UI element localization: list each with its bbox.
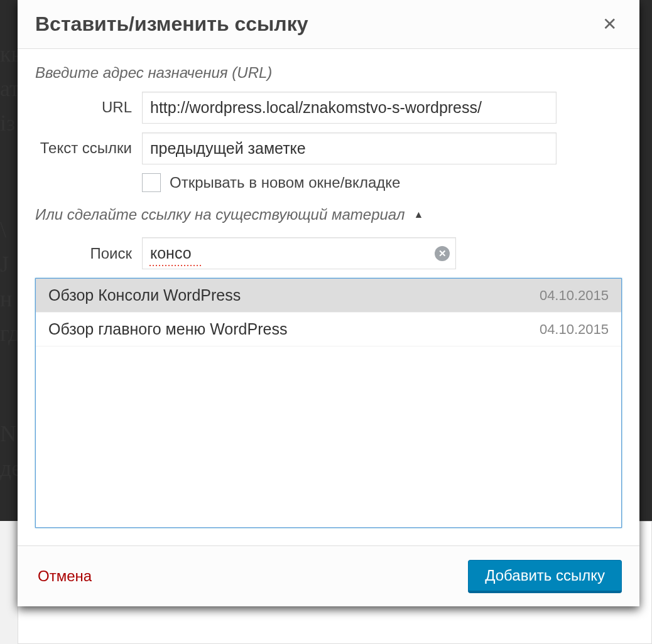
background-text: н xyxy=(0,282,12,315)
result-date: 04.10.2015 xyxy=(540,321,609,338)
clear-icon: ✕ xyxy=(438,248,447,259)
link-modal: Вставить/изменить ссылку ✕ Введите адрес… xyxy=(18,0,639,606)
background-text: \ xyxy=(0,213,6,246)
close-icon: ✕ xyxy=(602,14,617,34)
background-text: із xyxy=(0,107,15,139)
result-title: Обзор Консоли WordPress xyxy=(48,286,241,304)
result-title: Обзор главного меню WordPress xyxy=(48,320,287,338)
search-wrapper: ✕ xyxy=(142,237,456,269)
modal-title: Вставить/изменить ссылку xyxy=(35,13,308,36)
search-results-panel[interactable]: Обзор Консоли WordPress 04.10.2015 Обзор… xyxy=(35,278,622,528)
cancel-button[interactable]: Отмена xyxy=(35,567,92,585)
chevron-up-icon: ▲ xyxy=(413,209,423,220)
modal-body: Введите адрес назначения (URL) URL Текст… xyxy=(18,49,639,545)
search-row: Поиск ✕ xyxy=(35,237,622,269)
background-text: гд xyxy=(0,317,19,350)
existing-content-label: Или сделайте ссылку на существующий мате… xyxy=(35,206,405,223)
url-label: URL xyxy=(35,99,142,117)
new-tab-checkbox[interactable] xyxy=(142,173,161,192)
link-text-input[interactable] xyxy=(142,132,557,164)
url-input[interactable] xyxy=(142,92,557,124)
modal-footer: Отмена Добавить ссылку xyxy=(18,545,639,606)
clear-search-button[interactable]: ✕ xyxy=(435,246,450,261)
background-text: J xyxy=(0,248,9,281)
background-text: N xyxy=(0,417,16,450)
link-text-label: Текст ссылки xyxy=(35,139,142,158)
spellcheck-underline xyxy=(149,265,201,266)
link-text-row: Текст ссылки xyxy=(35,132,622,164)
new-tab-row: Открывать в новом окне/вкладке xyxy=(142,173,622,192)
url-section-label: Введите адрес назначения (URL) xyxy=(35,64,622,82)
search-result-item[interactable]: Обзор Консоли WordPress 04.10.2015 xyxy=(36,279,621,313)
add-link-button[interactable]: Добавить ссылку xyxy=(468,560,622,593)
background-text: ат xyxy=(0,72,19,105)
modal-header: Вставить/изменить ссылку ✕ xyxy=(18,0,639,49)
existing-content-toggle[interactable]: Или сделайте ссылку на существующий мате… xyxy=(35,206,622,223)
new-tab-label: Открывать в новом окне/вкладке xyxy=(170,174,400,191)
search-result-item[interactable]: Обзор главного меню WordPress 04.10.2015 xyxy=(36,313,621,346)
result-date: 04.10.2015 xyxy=(540,287,609,304)
url-row: URL xyxy=(35,92,622,124)
close-button[interactable]: ✕ xyxy=(597,11,622,37)
search-label: Поиск xyxy=(35,245,142,262)
